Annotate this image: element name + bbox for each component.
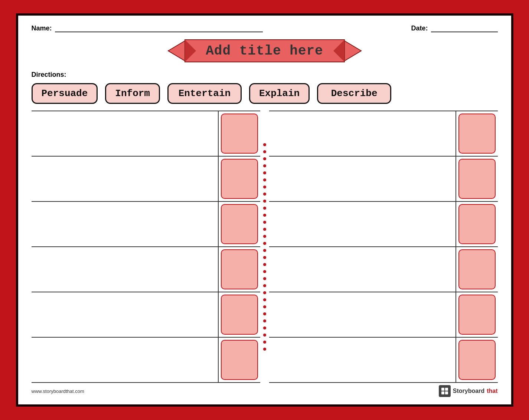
directions-row: Directions:: [32, 71, 498, 79]
left-pink-cell-3[interactable]: [221, 204, 258, 244]
right-pink-cell-6[interactable]: [458, 340, 496, 380]
footer: www.storyboardthat.com Storyboardthat: [32, 384, 498, 397]
left-pink-cell-4[interactable]: [221, 249, 258, 289]
dot: [263, 214, 266, 217]
svg-rect-7: [441, 391, 444, 394]
dot: [263, 193, 266, 196]
right-main-cell-1[interactable]: [269, 111, 456, 156]
storyboard-logo-icon: [439, 385, 451, 397]
svg-rect-8: [445, 391, 448, 394]
dot: [263, 341, 266, 344]
right-pink-cell-4[interactable]: [458, 249, 496, 289]
dot: [263, 228, 266, 231]
name-label: Name:: [32, 24, 52, 32]
banner: Add title here: [164, 36, 365, 66]
name-field: Name:: [32, 24, 263, 32]
left-main-cell-5[interactable]: [32, 292, 219, 337]
right-main-cell-3[interactable]: [269, 202, 456, 246]
dot: [263, 312, 266, 315]
dot: [263, 221, 266, 224]
dot: [263, 242, 266, 245]
dot: [263, 348, 266, 351]
date-line[interactable]: [431, 32, 498, 32]
name-line[interactable]: [55, 32, 263, 32]
dot: [263, 284, 266, 287]
dot: [263, 171, 266, 174]
table-row: [32, 246, 260, 292]
table-row: [269, 111, 498, 156]
dot: [263, 235, 266, 238]
date-field: Date:: [411, 24, 497, 32]
left-main-cell-2[interactable]: [32, 157, 219, 201]
buttons-row: Persuade Inform Entertain Explain Descri…: [32, 83, 498, 104]
left-pink-cell-2[interactable]: [221, 159, 258, 199]
right-main-cell-4[interactable]: [269, 247, 456, 292]
banner-title[interactable]: Add title here: [206, 43, 323, 59]
svg-rect-5: [441, 388, 444, 391]
grid-area: [32, 111, 498, 383]
dots-divider: [260, 111, 269, 383]
footer-url: www.storyboardthat.com: [32, 388, 84, 394]
dot: [263, 186, 266, 188]
date-label: Date:: [411, 24, 428, 32]
left-main-cell-4[interactable]: [32, 247, 219, 292]
dot: [263, 327, 266, 329]
logo-text-that: that: [487, 388, 497, 394]
dot: [263, 143, 266, 146]
directions-label: Directions:: [32, 71, 66, 78]
inform-button[interactable]: Inform: [105, 83, 160, 104]
header-row: Name: Date:: [32, 24, 498, 32]
right-panel: [269, 111, 498, 383]
table-row: [269, 337, 498, 383]
right-main-cell-5[interactable]: [269, 292, 456, 337]
right-main-cell-6[interactable]: [269, 338, 456, 382]
right-pink-cell-2[interactable]: [458, 159, 496, 199]
dot: [263, 150, 266, 153]
dot: [263, 298, 266, 301]
table-row: [269, 292, 498, 337]
dot: [263, 207, 266, 210]
logo-text-storyboard: Storyboard: [453, 388, 484, 394]
dot: [263, 270, 266, 273]
right-main-cell-2[interactable]: [269, 157, 456, 201]
left-main-cell-1[interactable]: [32, 111, 219, 156]
describe-button[interactable]: Describe: [317, 83, 391, 104]
logo-svg: [441, 387, 449, 395]
table-row: [32, 337, 260, 383]
table-row: [32, 292, 260, 337]
table-row: [269, 156, 498, 201]
dot: [263, 256, 266, 259]
left-pink-cell-1[interactable]: [221, 114, 258, 154]
table-row: [32, 111, 260, 156]
dot: [263, 319, 266, 322]
banner-container: Add title here: [32, 36, 498, 66]
dot: [263, 334, 266, 337]
left-panel: [32, 111, 260, 383]
right-pink-cell-1[interactable]: [458, 114, 496, 154]
right-pink-cell-5[interactable]: [458, 295, 496, 335]
left-pink-cell-5[interactable]: [221, 295, 258, 335]
dot: [263, 164, 266, 167]
dot: [263, 157, 266, 160]
entertain-button[interactable]: Entertain: [167, 83, 242, 104]
persuade-button[interactable]: Persuade: [32, 83, 98, 104]
right-pink-cell-3[interactable]: [458, 204, 496, 244]
footer-logo: Storyboardthat: [439, 385, 498, 397]
table-row: [32, 156, 260, 201]
explain-button[interactable]: Explain: [249, 83, 310, 104]
left-main-cell-6[interactable]: [32, 338, 219, 382]
left-main-cell-3[interactable]: [32, 202, 219, 246]
worksheet-page: Name: Date: Add title here: [16, 13, 513, 407]
dot: [263, 305, 266, 308]
dot: [263, 200, 266, 203]
table-row: [32, 201, 260, 246]
table-row: [269, 201, 498, 246]
table-row: [269, 246, 498, 292]
dot: [263, 249, 266, 252]
left-pink-cell-6[interactable]: [221, 340, 258, 380]
dot: [263, 277, 266, 280]
dot: [263, 178, 266, 181]
svg-rect-6: [445, 388, 448, 391]
dot: [263, 263, 266, 266]
dot: [263, 291, 266, 294]
